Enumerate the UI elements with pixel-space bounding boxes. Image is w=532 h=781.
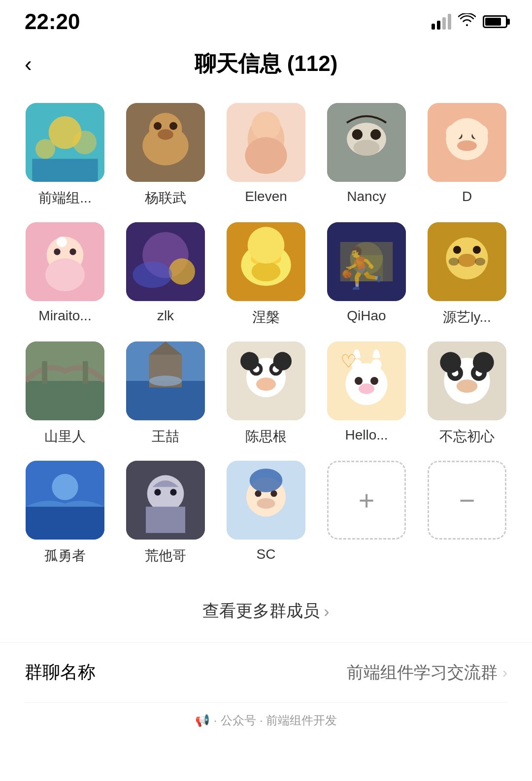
info-label: 群聊名称 [25, 660, 96, 684]
svg-point-30 [69, 248, 76, 255]
svg-point-96 [170, 489, 176, 495]
svg-point-79 [359, 383, 374, 394]
svg-point-77 [355, 377, 363, 385]
info-value: 前端组件学习交流群› [347, 661, 507, 684]
member-item[interactable]: SC [221, 461, 311, 565]
member-item[interactable]: 前端组... [20, 103, 110, 207]
member-name: Eleven [245, 189, 287, 204]
svg-point-72 [273, 352, 292, 370]
svg-point-41 [252, 262, 281, 281]
svg-point-42 [248, 227, 285, 264]
svg-point-2 [35, 139, 55, 159]
watermark-label: 公众号 · 前端组件开发 [221, 713, 337, 728]
member-item[interactable]: 源艺ly... [422, 222, 512, 327]
info-row-chevron: › [502, 664, 507, 681]
svg-point-78 [370, 377, 378, 385]
member-item[interactable]: 孤勇者 [20, 461, 110, 565]
svg-text:♡: ♡ [340, 351, 357, 372]
member-item[interactable]: 荒他哥 [120, 461, 211, 565]
member-avatar [227, 103, 305, 182]
member-avatar [126, 341, 205, 420]
svg-point-31 [57, 237, 67, 247]
svg-point-9 [169, 122, 177, 130]
svg-point-52 [458, 254, 476, 267]
member-item[interactable]: ⛹QiHao [321, 222, 412, 327]
svg-point-7 [149, 113, 182, 146]
member-avatar [126, 103, 205, 182]
member-name: 王喆 [152, 427, 179, 446]
back-button[interactable]: ‹ [25, 53, 32, 75]
remove-member-button[interactable]: − [422, 461, 512, 565]
see-more-button[interactable]: 查看更多群成员 › [202, 600, 329, 622]
see-more-section[interactable]: 查看更多群成员 › [0, 575, 532, 642]
member-item[interactable]: D [422, 103, 512, 207]
watermark-icon: 📢 [195, 713, 210, 727]
svg-rect-97 [146, 507, 185, 533]
svg-rect-57 [42, 361, 47, 384]
watermark: 📢 · 公众号 · 前端组件开发 [0, 703, 532, 743]
svg-text:⛹: ⛹ [337, 244, 386, 291]
member-name: D [462, 189, 472, 204]
member-name: 孤勇者 [44, 546, 86, 565]
member-name: 陈思根 [245, 427, 287, 446]
member-avatar: ♡ [327, 341, 406, 420]
svg-rect-91 [26, 507, 104, 540]
member-avatar [26, 341, 104, 420]
header: ‹ 聊天信息 (112) [0, 39, 532, 93]
svg-point-76 [371, 359, 381, 370]
member-item[interactable]: 不忘初心 [422, 341, 512, 446]
remove-icon: − [428, 461, 506, 540]
svg-point-103 [250, 469, 283, 492]
svg-point-17 [352, 129, 363, 139]
member-name: QiHao [347, 308, 386, 324]
svg-point-88 [440, 352, 461, 373]
member-item[interactable]: ♡Hello... [321, 341, 412, 446]
see-more-chevron: › [324, 602, 329, 621]
info-value-text: 前端组件学习交流群 [347, 661, 498, 684]
svg-point-13 [252, 111, 281, 140]
svg-point-70 [256, 377, 276, 391]
member-item[interactable]: 涅槃 [221, 222, 311, 327]
svg-point-53 [449, 258, 459, 266]
member-item[interactable]: 杨联武 [120, 103, 211, 207]
member-avatar [428, 341, 506, 420]
svg-point-29 [54, 248, 60, 255]
member-item[interactable]: 陈思根 [221, 341, 311, 446]
svg-point-10 [158, 129, 173, 139]
member-avatar [227, 461, 305, 540]
members-section: 前端组...杨联武ElevenNancyDMiraito...zlk涅槃⛹QiH… [0, 93, 532, 575]
svg-rect-56 [26, 381, 104, 420]
svg-point-26 [472, 125, 488, 140]
member-item[interactable]: Eleven [221, 103, 311, 207]
member-avatar [227, 341, 305, 420]
svg-point-25 [446, 125, 462, 140]
member-name: zlk [157, 308, 174, 324]
add-member-button[interactable]: + [321, 461, 412, 565]
member-item[interactable]: 山里人 [20, 341, 110, 446]
svg-point-51 [473, 246, 481, 254]
svg-point-54 [475, 258, 485, 266]
member-item[interactable]: 王喆 [120, 341, 211, 446]
member-name: 山里人 [44, 427, 86, 446]
status-bar: 22:20 [0, 0, 532, 39]
svg-rect-58 [83, 361, 88, 384]
member-item[interactable]: Nancy [321, 103, 412, 207]
svg-point-92 [52, 474, 78, 500]
status-icons [432, 13, 507, 31]
member-avatar [327, 103, 406, 182]
svg-point-36 [133, 262, 172, 288]
member-avatar [126, 461, 205, 540]
member-avatar [26, 461, 104, 540]
member-name: 涅槃 [252, 308, 280, 327]
info-section: 群聊名称前端组件学习交流群› [0, 643, 532, 703]
member-item[interactable]: Miraito... [20, 222, 110, 327]
add-icon: + [327, 461, 406, 540]
member-item[interactable]: zlk [120, 222, 211, 327]
wifi-icon [458, 13, 476, 31]
status-time: 22:20 [25, 9, 80, 34]
svg-point-18 [370, 129, 381, 139]
svg-point-24 [457, 140, 477, 151]
member-name: Hello... [345, 427, 388, 443]
svg-point-35 [169, 258, 195, 284]
info-row-group-name[interactable]: 群聊名称前端组件学习交流群› [25, 643, 507, 703]
